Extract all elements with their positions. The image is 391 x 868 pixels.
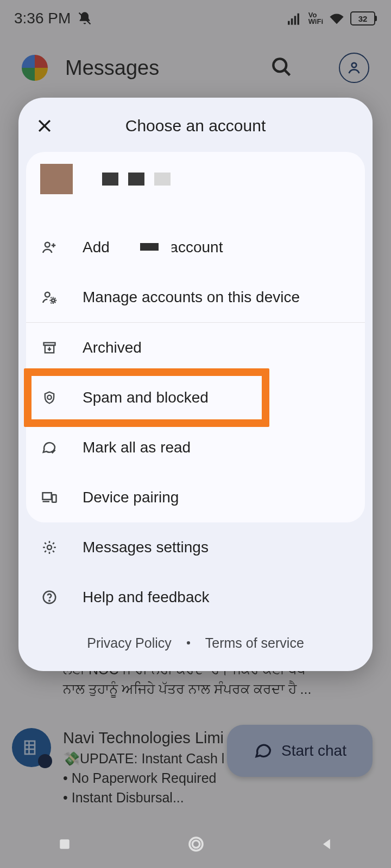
settings-label: Messages settings [83, 539, 209, 556]
devices-icon [40, 489, 59, 506]
recents-button[interactable] [56, 836, 73, 852]
svg-point-25 [47, 545, 52, 550]
system-nav-bar [0, 820, 391, 868]
settings-row[interactable]: Messages settings [18, 522, 373, 572]
svg-point-30 [192, 840, 200, 848]
terms-link[interactable]: Terms of service [205, 635, 304, 651]
svg-point-18 [52, 299, 55, 302]
archived-label: Archived [83, 339, 142, 356]
account-photo-placeholder [40, 164, 73, 194]
privacy-policy-link[interactable]: Privacy Policy [87, 635, 172, 651]
person-gear-icon [40, 289, 59, 305]
svg-rect-22 [43, 493, 52, 500]
device-pairing-row[interactable]: Device pairing [26, 473, 365, 522]
close-button[interactable] [30, 112, 59, 140]
manage-accounts-label: Manage accounts on this device [83, 289, 300, 306]
help-feedback-label: Help and feedback [83, 589, 210, 606]
current-account-row[interactable] [26, 152, 365, 222]
archived-row[interactable]: Archived [26, 323, 365, 373]
back-button[interactable] [319, 837, 335, 852]
svg-rect-28 [60, 839, 70, 849]
device-pairing-label: Device pairing [83, 489, 179, 506]
svg-point-17 [45, 292, 50, 297]
help-icon [40, 589, 59, 605]
add-account-row[interactable]: Add another account [26, 222, 365, 272]
svg-point-14 [45, 242, 50, 247]
manage-accounts-row[interactable]: Manage accounts on this device [26, 272, 365, 322]
account-dialog: Choose an account Add another account Ma… [18, 98, 373, 671]
separator-dot [187, 641, 190, 644]
dialog-title: Choose an account [59, 117, 361, 135]
mark-all-read-row[interactable]: Mark all as read [26, 423, 365, 473]
person-add-icon [40, 239, 59, 256]
redacted-account-name [102, 173, 171, 186]
svg-rect-24 [52, 495, 56, 502]
gear-icon [40, 539, 59, 556]
help-feedback-row[interactable]: Help and feedback [18, 572, 373, 622]
archive-icon [40, 340, 59, 355]
mark-all-read-label: Mark all as read [83, 439, 191, 456]
annotation-highlight [24, 368, 269, 427]
home-button[interactable] [186, 834, 206, 854]
chat-check-icon [40, 439, 59, 456]
svg-point-27 [49, 601, 50, 602]
